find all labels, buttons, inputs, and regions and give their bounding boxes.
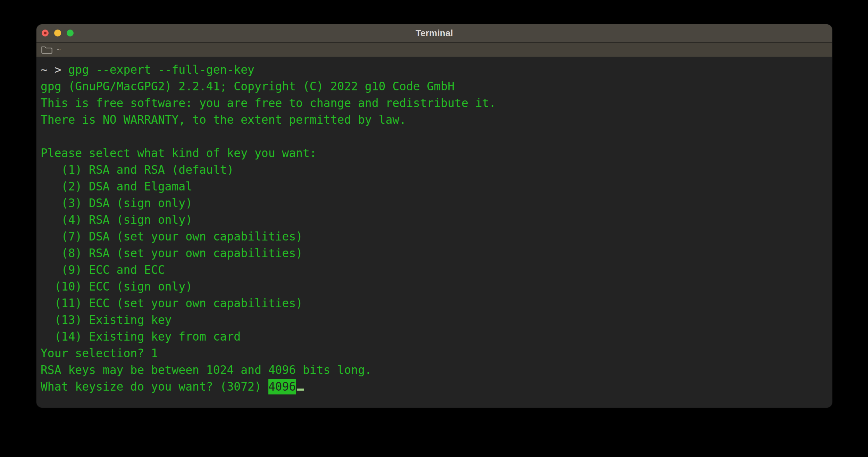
zoom-button[interactable] bbox=[67, 30, 74, 36]
terminal-screen[interactable]: ~ > gpg --expert --full-gen-key gpg (Gnu… bbox=[36, 57, 832, 395]
command-text: gpg --expert --full-gen-key bbox=[68, 63, 254, 76]
keysize-prompt: What keysize do you want? (3072) bbox=[41, 380, 268, 393]
terminal-line: (11) ECC (set your own capabilities) bbox=[41, 295, 832, 312]
folder-icon[interactable] bbox=[41, 45, 53, 55]
terminal-line: This is free software: you are free to c… bbox=[41, 95, 832, 112]
terminal-line: (1) RSA and RSA (default) bbox=[41, 162, 832, 178]
keysize-highlight: 4096 bbox=[268, 379, 296, 394]
terminal-line: Please select what kind of key you want: bbox=[41, 145, 832, 162]
terminal-line: (9) ECC and ECC bbox=[41, 262, 832, 278]
terminal-line: (7) DSA (set your own capabilities) bbox=[41, 228, 832, 245]
close-button[interactable] bbox=[42, 30, 49, 36]
text-cursor bbox=[297, 389, 304, 391]
keysize-line: What keysize do you want? (3072) 4096 bbox=[41, 378, 832, 395]
terminal-line: (14) Existing key from card bbox=[41, 328, 832, 345]
tab-bar: ~ bbox=[36, 43, 832, 57]
cwd-label: ~ bbox=[57, 46, 61, 54]
terminal-line: (13) Existing key bbox=[41, 312, 832, 328]
terminal-line: Your selection? 1 bbox=[41, 345, 832, 362]
terminal-line: (10) ECC (sign only) bbox=[41, 278, 832, 295]
terminal-line: gpg (GnuPG/MacGPG2) 2.2.41; Copyright (C… bbox=[41, 78, 832, 95]
terminal-window: Terminal ~ ~ > gpg --expert --full-gen-k… bbox=[36, 24, 832, 408]
terminal-line bbox=[41, 128, 832, 145]
terminal-line: (2) DSA and Elgamal bbox=[41, 178, 832, 195]
terminal-line: (4) RSA (sign only) bbox=[41, 212, 832, 228]
window-title: Terminal bbox=[416, 28, 453, 39]
terminal-line: (3) DSA (sign only) bbox=[41, 195, 832, 212]
terminal-line: There is NO WARRANTY, to the extent perm… bbox=[41, 112, 832, 128]
terminal-line: (8) RSA (set your own capabilities) bbox=[41, 245, 832, 262]
terminal-line: RSA keys may be between 1024 and 4096 bi… bbox=[41, 362, 832, 378]
prompt-symbol: ~ > bbox=[41, 63, 68, 76]
title-bar[interactable]: Terminal bbox=[36, 24, 832, 43]
minimize-button[interactable] bbox=[54, 30, 61, 36]
prompt-line: ~ > gpg --expert --full-gen-key bbox=[41, 62, 832, 78]
traffic-lights bbox=[42, 30, 74, 36]
